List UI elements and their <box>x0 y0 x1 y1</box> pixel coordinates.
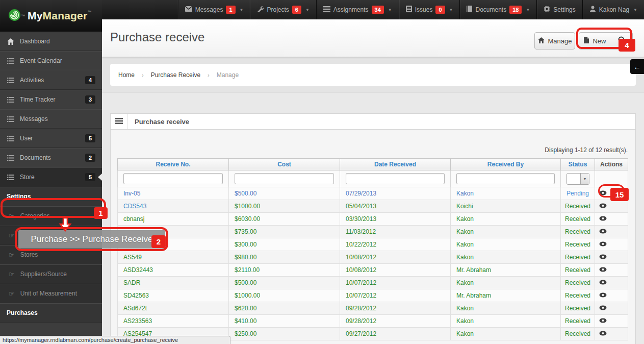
view-action-icon[interactable] <box>599 241 607 248</box>
list-icon <box>7 155 14 161</box>
nav-assignments[interactable]: Assignments 34 ▼ <box>316 0 399 19</box>
sidebar-item-dashboard[interactable]: Dashboard <box>0 32 102 51</box>
status-filter-select[interactable]: ▼ <box>566 173 589 185</box>
receive-no-link[interactable]: CDS543 <box>123 203 146 210</box>
receive-no-link[interactable]: ASd672t <box>123 305 147 312</box>
list-icon <box>7 136 14 141</box>
status-badge: Received <box>565 241 590 248</box>
status-badge: Received <box>565 215 590 223</box>
status-badge: Received <box>565 317 590 325</box>
menu-tooltip: Purchase >> Purchase Receive <box>18 230 165 249</box>
table-row: CDS543 $1000.00 05/04/2013 Koichi Receiv… <box>118 200 628 213</box>
purchase-receive-panel: Purchase receive Displaying 1-12 of 12 r… <box>110 113 636 344</box>
table-row: AS233563 $410.00 09/28/2012 Kakon Receiv… <box>118 315 628 328</box>
sidebar-item-store[interactable]: Store 5 <box>0 167 102 187</box>
filter-received-by-input[interactable] <box>456 173 555 184</box>
collapse-panel-button[interactable]: ← <box>630 59 644 74</box>
sidebar-item-time-tracker[interactable]: Time Tracker 3 <box>0 90 102 109</box>
receive-no-link[interactable]: ASD32443 <box>123 266 153 274</box>
view-action-icon[interactable] <box>599 330 607 337</box>
list-icon <box>7 78 14 83</box>
nav-issues[interactable]: Issues 0 ▼ <box>399 0 460 19</box>
receive-no-link[interactable]: Inv-05 <box>123 190 140 197</box>
breadcrumb-band: Home › Purchase Receive › Manage <box>102 57 644 93</box>
view-action-icon[interactable] <box>599 254 607 261</box>
sidebar-item-suppliers-source[interactable]: ☞ Suppliers/Source <box>0 264 102 284</box>
issues-badge: 0 <box>435 6 445 14</box>
chevron-down-icon: ▼ <box>449 8 453 12</box>
new-button[interactable]: New <box>579 32 611 50</box>
view-action-icon[interactable] <box>599 203 607 210</box>
hand-pointer-icon: ☞ <box>9 271 15 278</box>
link-preview-statusbar: https://mymanager.rndlabman.com/purchase… <box>0 336 230 344</box>
status-badge: Received <box>565 279 590 286</box>
activities-count-badge: 4 <box>85 76 95 84</box>
nav-documents[interactable]: Documents 18 ▼ <box>459 0 536 19</box>
page-title: Purchase receive <box>110 30 204 44</box>
sidebar-item-event-calendar[interactable]: Event Calendar <box>0 51 102 70</box>
nav-user-menu[interactable]: Kakon Nag ▼ <box>582 0 644 19</box>
envelope-icon <box>185 6 192 13</box>
purchase-receive-table: Receive No. Cost Date Received Received … <box>117 158 628 340</box>
view-action-icon[interactable] <box>599 215 607 223</box>
col-header-received-by[interactable]: Received By <box>451 159 561 170</box>
sidebar-item-messages[interactable]: Messages <box>0 109 102 129</box>
update-action-icon[interactable] <box>610 189 616 198</box>
view-action-icon[interactable] <box>599 292 607 299</box>
search-button[interactable] <box>611 32 633 50</box>
hand-pointer-icon: ☞ <box>9 232 15 239</box>
nav-settings[interactable]: Settings <box>536 0 582 19</box>
col-header-cost[interactable]: Cost <box>229 159 340 170</box>
app-logo[interactable]: ™ MyManager™ <box>0 0 102 32</box>
issues-icon <box>406 6 412 14</box>
receive-no-link[interactable]: SADR <box>123 279 140 286</box>
documents-badge: 18 <box>509 6 522 14</box>
nav-messages[interactable]: Messages 1 ▼ <box>178 0 250 19</box>
status-badge: Received <box>565 305 590 312</box>
sidebar-item-unit-of-measurement[interactable]: ☞ Unit of Measurement <box>0 284 102 303</box>
status-badge: Pending <box>566 190 589 197</box>
manage-button[interactable]: Manage <box>534 32 575 50</box>
view-action-icon[interactable] <box>599 190 607 197</box>
col-header-receive-no[interactable]: Receive No. <box>118 159 229 170</box>
panel-menu-button[interactable] <box>111 114 127 129</box>
sidebar-item-categories[interactable]: ☞ Categories <box>0 206 102 226</box>
sidebar-item-documents[interactable]: Documents 2 <box>0 148 102 167</box>
col-header-status[interactable]: Status <box>561 159 595 170</box>
view-action-icon[interactable] <box>599 266 607 274</box>
receive-no-link[interactable]: SD42563 <box>123 292 149 299</box>
view-action-icon[interactable] <box>599 317 607 325</box>
app-title: MyManager™ <box>28 10 92 22</box>
assignments-badge: 34 <box>372 6 384 14</box>
status-badge: Received <box>565 254 590 261</box>
view-action-icon[interactable] <box>599 305 607 312</box>
table-row: $300.00 10/22/2012 Kakon Received <box>118 238 628 251</box>
search-icon <box>618 36 626 45</box>
view-action-icon[interactable] <box>599 279 607 286</box>
assignments-icon <box>323 6 330 14</box>
receive-no-link[interactable]: AS233563 <box>123 317 152 325</box>
breadcrumb-purchase-receive[interactable]: Purchase Receive <box>151 71 200 79</box>
col-header-date-received[interactable]: Date Received <box>340 159 451 170</box>
mymanager-logo-icon <box>8 9 21 23</box>
results-summary: Displaying 1-12 of 12 result(s). <box>545 146 628 154</box>
table-row: AS549 $980.00 10/08/2012 Kakon Received <box>118 251 628 264</box>
arrow-left-icon: ← <box>634 63 641 71</box>
home-icon <box>538 37 545 45</box>
hand-pointer-icon: ☞ <box>9 290 15 298</box>
nav-projects[interactable]: Projects 6 ▼ <box>250 0 316 19</box>
list-icon <box>7 97 14 103</box>
list-icon <box>7 175 14 180</box>
sidebar-item-activities[interactable]: Activities 4 <box>0 70 102 90</box>
receive-no-link[interactable]: cbnansj <box>123 215 144 223</box>
filter-date-received-input[interactable] <box>346 173 445 184</box>
breadcrumb-home[interactable]: Home <box>118 71 135 79</box>
sidebar-item-user[interactable]: User 5 <box>0 129 102 148</box>
user-icon <box>589 6 596 14</box>
filter-cost-input[interactable] <box>235 173 334 184</box>
receive-no-link[interactable]: AS549 <box>123 254 142 261</box>
sidebar-item-purchases[interactable]: Purchases <box>0 303 102 323</box>
view-action-icon[interactable] <box>599 228 607 235</box>
filter-receive-no-input[interactable] <box>123 173 223 184</box>
sidebar-item-settings[interactable]: Settings <box>0 187 102 206</box>
